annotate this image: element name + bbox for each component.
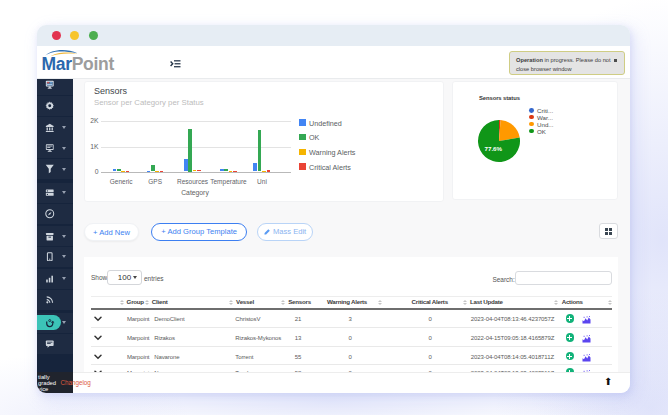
svg-text:77.6%: 77.6% bbox=[485, 144, 503, 151]
